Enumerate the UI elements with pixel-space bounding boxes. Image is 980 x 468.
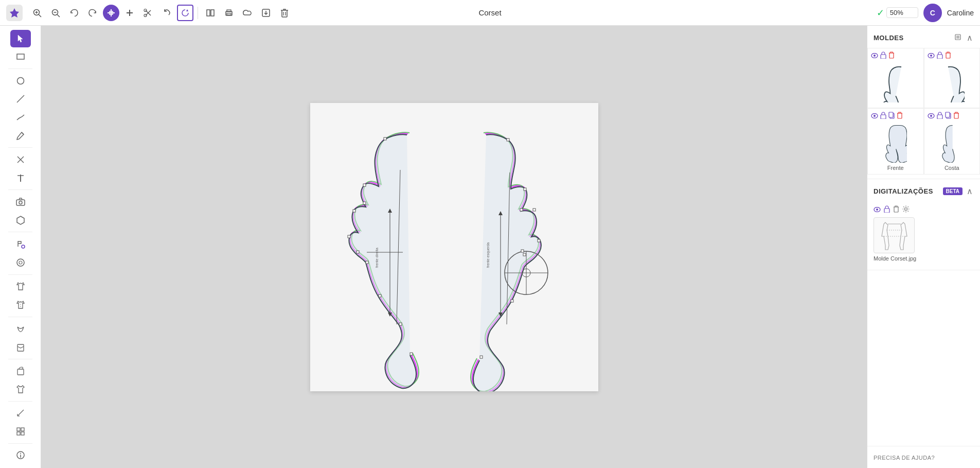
svg-rect-102 [937,115,942,119]
molde-3-delete-icon[interactable] [897,112,903,120]
zoom-check-icon: ✓ [877,7,884,19]
svg-rect-37 [17,369,24,375]
compare-button[interactable] [202,5,219,21]
molde-item-2 [924,48,981,108]
pattern-piece-tool[interactable] [10,212,31,229]
digit-1-label: Molde Corset.jpg [874,255,916,262]
user-name: Caroline [947,9,974,17]
main-area: frente direita [0,26,980,468]
camera-tool[interactable] [10,193,31,211]
svg-rect-14 [211,10,214,16]
grid-tool[interactable] [10,423,31,440]
molde-4-delete-icon[interactable] [953,112,959,120]
svg-point-33 [17,259,24,266]
cloud-save-button[interactable] [239,5,256,21]
zoom-out-button[interactable] [47,5,64,21]
molde-1-visibility-icon[interactable] [871,52,878,60]
print-button[interactable] [221,5,237,21]
digitalizacoes-header-actions: BETA ∧ [943,185,974,197]
rotate-left-button[interactable] [158,5,175,21]
svg-rect-55 [363,184,366,186]
molde-3-actions [871,112,920,120]
molde-2-delete-icon[interactable] [945,51,951,60]
canvas-area[interactable]: frente direita [41,26,867,468]
svg-rect-13 [207,10,210,16]
help-link[interactable]: PRECISA DE AJUDA? [874,455,935,461]
svg-point-34 [19,261,22,264]
paint-tool[interactable] [10,235,31,253]
add-button[interactable] [121,5,138,21]
molde-4-label: Costa [945,165,959,171]
molde-3-visibility-icon[interactable] [871,112,878,120]
svg-line-24 [17,95,24,102]
molde-2-lock-icon[interactable] [937,51,943,60]
text-tool[interactable] [10,169,31,187]
thread-tool[interactable] [10,254,31,271]
digitalizacoes-section: DIGITALIZAÇÕES BETA ∧ [867,179,980,270]
pencil-tool[interactable] [10,127,31,145]
svg-rect-17 [227,13,231,15]
right-panel: MOLDES ∧ [867,26,980,468]
svg-line-25 [22,132,24,134]
zoom-select[interactable]: 25% 50% 75% 100% 150% 200% [886,7,918,18]
svg-rect-78 [521,250,524,252]
digit-1-settings-icon[interactable] [902,205,910,214]
delete-button[interactable] [276,5,293,21]
pen-line-tool[interactable] [10,109,31,126]
cut-tool-button[interactable] [140,5,156,21]
digit-1-delete-icon[interactable] [893,205,899,214]
molde-3-copy-icon[interactable] [888,112,895,120]
refresh-button[interactable] [177,5,193,21]
export-button[interactable] [258,5,274,21]
redo-button[interactable] [84,5,101,21]
zoom-in-button[interactable] [29,5,45,21]
select-move-button[interactable] [103,5,119,21]
sidebar-divider-7 [8,359,32,359]
svg-rect-41 [17,428,20,431]
molde-3-lock-icon[interactable] [880,112,886,120]
digit-1-lock-icon[interactable] [884,205,890,214]
left-sidebar [0,26,41,468]
molde-item-1 [867,48,924,108]
bag-tool[interactable] [10,362,31,379]
molde-2-visibility-icon[interactable] [928,52,935,60]
pointer-tool[interactable] [10,30,31,47]
molde-4-copy-icon[interactable] [945,112,951,120]
measure-tool[interactable] [10,404,31,422]
cross-tool[interactable] [10,151,31,168]
info-tool[interactable] [10,446,31,464]
svg-rect-54 [384,137,386,140]
svg-rect-62 [399,323,402,325]
molde-4-thumbnail [936,123,967,164]
line-tool[interactable] [10,91,31,108]
moldes-add-button[interactable] [953,32,963,43]
undo-button[interactable] [66,5,82,21]
svg-point-31 [19,201,22,204]
moldes-collapse-button[interactable]: ∧ [966,32,974,44]
molde-1-delete-icon[interactable] [888,51,895,60]
tshirt-tool[interactable] [10,380,31,398]
molde-4-visibility-icon[interactable] [928,112,935,120]
rectangle-tool[interactable] [10,48,31,66]
svg-rect-56 [353,210,355,212]
svg-rect-96 [881,115,886,119]
svg-rect-43 [17,432,20,435]
moldes-header-actions: ∧ [953,32,974,44]
molde-4-actions [928,112,977,120]
molde-4-lock-icon[interactable] [937,112,943,120]
garment-front-tool[interactable] [10,278,31,295]
molde-1-lock-icon[interactable] [880,51,886,60]
svg-rect-58 [348,235,350,238]
garment-back-tool[interactable] [10,296,31,314]
svg-rect-60 [366,261,368,264]
circle-tool[interactable] [10,72,31,90]
moldes-title: MOLDES [874,34,904,42]
pocket-tool[interactable] [10,338,31,356]
user-avatar[interactable]: C [923,4,942,22]
collar-tool[interactable] [10,320,31,337]
digitalizacoes-title: DIGITALIZAÇÕES [874,187,933,195]
digitalizacoes-collapse-button[interactable]: ∧ [966,185,974,197]
svg-rect-98 [889,112,893,117]
digit-1-visibility-icon[interactable] [874,206,881,214]
svg-rect-92 [937,55,942,59]
